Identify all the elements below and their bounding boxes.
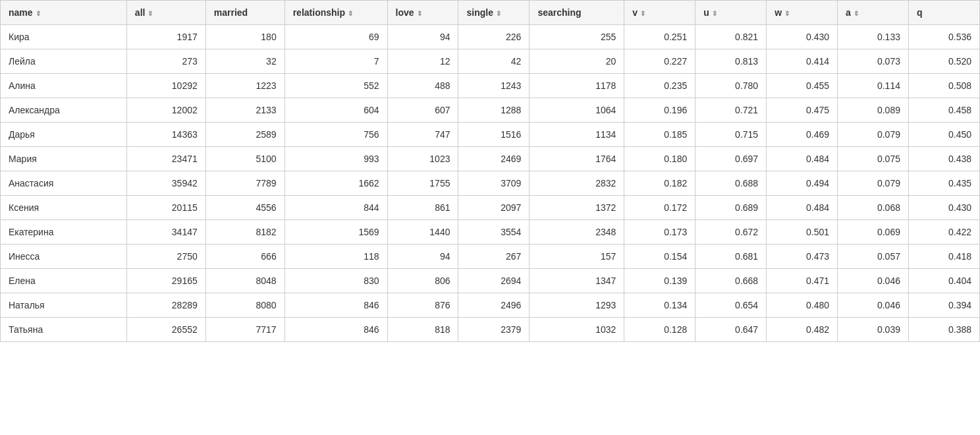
cell-q: 0.508	[908, 74, 979, 98]
cell-q: 0.520	[908, 49, 979, 74]
cell-u: 0.668	[695, 269, 767, 293]
cell-name: Елена	[1, 269, 127, 293]
cell-v: 0.139	[624, 269, 695, 293]
cell-searching: 1764	[530, 147, 624, 171]
cell-q: 0.422	[908, 220, 979, 245]
cell-searching: 157	[530, 245, 624, 269]
table-row: Алина102921223552488124311780.2350.7800.…	[1, 74, 980, 98]
cell-a: 0.046	[838, 269, 909, 293]
cell-name: Ксения	[1, 196, 127, 220]
cell-all: 20115	[126, 196, 205, 220]
cell-a: 0.133	[838, 25, 909, 49]
cell-v: 0.235	[624, 74, 695, 98]
cell-married: 2133	[205, 98, 285, 123]
data-table: name⇕all⇕marriedrelationship⇕love⇕single…	[0, 0, 980, 342]
cell-a: 0.114	[838, 74, 909, 98]
cell-q: 0.404	[908, 269, 979, 293]
column-header-married[interactable]: married	[205, 1, 285, 25]
cell-all: 34147	[126, 220, 205, 245]
column-label-q: q	[917, 7, 923, 18]
cell-all: 10292	[126, 74, 205, 98]
cell-all: 273	[126, 49, 205, 74]
sort-icon-all: ⇕	[148, 10, 153, 17]
cell-all: 35942	[126, 171, 205, 196]
cell-relationship: 756	[285, 123, 387, 147]
cell-single: 2469	[458, 147, 530, 171]
cell-w: 0.482	[767, 318, 838, 342]
cell-a: 0.039	[838, 318, 909, 342]
cell-v: 0.180	[624, 147, 695, 171]
column-header-v[interactable]: v⇕	[624, 1, 695, 25]
cell-v: 0.154	[624, 245, 695, 269]
cell-love: 1755	[387, 171, 458, 196]
column-header-a[interactable]: a⇕	[838, 1, 909, 25]
cell-married: 8182	[205, 220, 285, 245]
cell-love: 94	[387, 245, 458, 269]
cell-all: 1917	[126, 25, 205, 49]
cell-single: 267	[458, 245, 530, 269]
cell-name: Алина	[1, 74, 127, 98]
cell-married: 4556	[205, 196, 285, 220]
column-header-love[interactable]: love⇕	[387, 1, 458, 25]
cell-single: 3709	[458, 171, 530, 196]
column-header-single[interactable]: single⇕	[458, 1, 530, 25]
sort-icon-single: ⇕	[496, 10, 501, 17]
cell-relationship: 69	[285, 25, 387, 49]
cell-w: 0.484	[767, 196, 838, 220]
cell-a: 0.089	[838, 98, 909, 123]
cell-love: 607	[387, 98, 458, 123]
cell-w: 0.475	[767, 98, 838, 123]
cell-v: 0.173	[624, 220, 695, 245]
column-header-relationship[interactable]: relationship⇕	[285, 1, 387, 25]
cell-name: Лейла	[1, 49, 127, 74]
cell-name: Анастасия	[1, 171, 127, 196]
cell-married: 8048	[205, 269, 285, 293]
column-header-u[interactable]: u⇕	[695, 1, 767, 25]
column-label-married: married	[214, 7, 248, 18]
cell-love: 747	[387, 123, 458, 147]
sort-icon-u: ⇕	[712, 10, 717, 17]
column-label-name: name	[9, 7, 33, 18]
column-label-u: u	[703, 7, 709, 18]
cell-relationship: 846	[285, 318, 387, 342]
table-container: name⇕all⇕marriedrelationship⇕love⇕single…	[0, 0, 980, 342]
cell-relationship: 846	[285, 293, 387, 318]
sort-icon-name: ⇕	[36, 10, 41, 17]
column-header-all[interactable]: all⇕	[126, 1, 205, 25]
cell-searching: 2348	[530, 220, 624, 245]
cell-relationship: 118	[285, 245, 387, 269]
cell-single: 1288	[458, 98, 530, 123]
sort-icon-a: ⇕	[854, 10, 859, 17]
column-label-relationship: relationship	[293, 7, 345, 18]
cell-single: 2379	[458, 318, 530, 342]
cell-q: 0.430	[908, 196, 979, 220]
cell-w: 0.471	[767, 269, 838, 293]
table-row: Наталья282898080846876249612930.1340.654…	[1, 293, 980, 318]
cell-w: 0.414	[767, 49, 838, 74]
cell-q: 0.458	[908, 98, 979, 123]
table-body: Кира191718069942262550.2510.8210.4300.13…	[1, 25, 980, 342]
column-header-searching[interactable]: searching	[530, 1, 624, 25]
cell-love: 806	[387, 269, 458, 293]
cell-all: 12002	[126, 98, 205, 123]
column-header-q[interactable]: q	[908, 1, 979, 25]
table-row: Татьяна265527717846818237910320.1280.647…	[1, 318, 980, 342]
cell-married: 666	[205, 245, 285, 269]
cell-love: 818	[387, 318, 458, 342]
cell-v: 0.251	[624, 25, 695, 49]
table-row: Анастасия35942778916621755370928320.1820…	[1, 171, 980, 196]
cell-w: 0.501	[767, 220, 838, 245]
sort-icon-relationship: ⇕	[348, 10, 353, 17]
cell-single: 2097	[458, 196, 530, 220]
cell-u: 0.689	[695, 196, 767, 220]
cell-u: 0.715	[695, 123, 767, 147]
cell-u: 0.688	[695, 171, 767, 196]
sort-icon-v: ⇕	[640, 10, 645, 17]
cell-u: 0.821	[695, 25, 767, 49]
column-header-w[interactable]: w⇕	[767, 1, 838, 25]
cell-single: 1243	[458, 74, 530, 98]
table-row: Лейла2733271242200.2270.8130.4140.0730.5…	[1, 49, 980, 74]
table-row: Александра120022133604607128810640.1960.…	[1, 98, 980, 123]
cell-name: Дарья	[1, 123, 127, 147]
column-header-name[interactable]: name⇕	[1, 1, 127, 25]
